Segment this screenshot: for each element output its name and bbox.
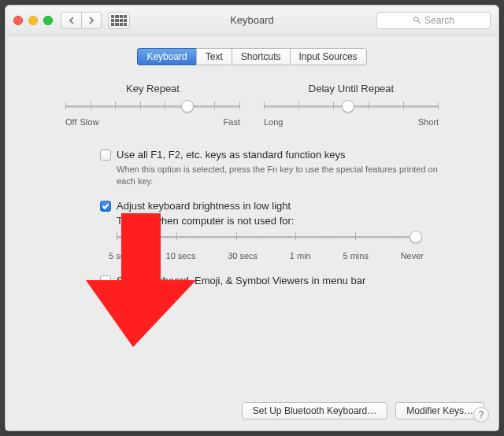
dim-label: Turn off when computer is not used for:	[117, 215, 453, 227]
show-all-button[interactable]	[108, 12, 130, 29]
svg-line-1	[418, 21, 421, 24]
back-button[interactable]	[61, 12, 81, 29]
bluetooth-keyboard-button[interactable]: Set Up Bluetooth Keyboard…	[242, 402, 387, 419]
dim-knob[interactable]	[410, 231, 422, 243]
delay-repeat-labels: Long Short	[264, 117, 439, 127]
use-fn-checkbox[interactable]	[100, 150, 111, 161]
auto-brightness-label: Adjust keyboard brightness in low light	[117, 200, 291, 212]
tab-keyboard[interactable]: Keyboard	[137, 48, 195, 65]
delay-repeat-slider[interactable]	[264, 105, 439, 108]
dim-tick-labels: 5 secs10 secs30 secs1 min5 minsNever	[109, 251, 424, 260]
tab-input-sources[interactable]: Input Sources	[290, 48, 367, 65]
key-repeat-title: Key Repeat	[65, 83, 240, 94]
auto-brightness-checkbox[interactable]	[100, 201, 111, 212]
auto-brightness-row: Adjust keyboard brightness in low light	[100, 200, 453, 212]
delay-repeat-knob[interactable]	[342, 100, 354, 113]
dim-slider[interactable]	[117, 236, 416, 238]
tab-shortcuts[interactable]: Shortcuts	[232, 48, 290, 65]
forward-button[interactable]	[81, 12, 102, 29]
show-viewers-row: Show Keyboard, Emoji, & Symbol Viewers i…	[100, 275, 453, 286]
nav-buttons	[61, 12, 102, 29]
tab-text[interactable]: Text	[196, 48, 232, 65]
close-icon[interactable]	[13, 16, 23, 25]
key-repeat-group: Key Repeat OffSlow Fast	[65, 83, 240, 127]
sliders-row: Key Repeat OffSlow Fast Delay Until Repe…	[65, 83, 439, 127]
key-repeat-knob[interactable]	[181, 100, 194, 113]
svg-point-0	[414, 17, 419, 22]
titlebar: Keyboard Search	[6, 6, 498, 35]
delay-repeat-title: Delay Until Repeat	[264, 83, 439, 94]
search-icon	[413, 16, 421, 24]
modifier-keys-button[interactable]: Modifier Keys…	[395, 402, 484, 419]
tab-bar: Keyboard Text Shortcuts Input Sources	[137, 48, 366, 65]
traffic-lights	[13, 16, 53, 25]
help-button[interactable]: ?	[473, 407, 489, 423]
show-viewers-label: Show Keyboard, Emoji, & Symbol Viewers i…	[117, 275, 365, 286]
show-viewers-checkbox[interactable]	[100, 275, 111, 286]
content-area: Keyboard Text Shortcuts Input Sources Ke…	[6, 35, 498, 430]
keyboard-prefs-window: Keyboard Search Keyboard Text Shortcuts …	[5, 5, 499, 431]
maximize-icon[interactable]	[43, 16, 53, 25]
dim-slider-wrap: 5 secs10 secs30 secs1 min5 minsNever	[117, 236, 453, 260]
use-fn-label: Use all F1, F2, etc. keys as standard fu…	[117, 149, 345, 161]
minimize-icon[interactable]	[28, 16, 38, 25]
key-repeat-slider[interactable]	[65, 105, 240, 108]
options-block: Use all F1, F2, etc. keys as standard fu…	[100, 149, 453, 290]
search-placeholder: Search	[424, 15, 454, 26]
use-fn-row: Use all F1, F2, etc. keys as standard fu…	[100, 149, 453, 161]
search-input[interactable]: Search	[376, 12, 491, 29]
key-repeat-labels: OffSlow Fast	[65, 117, 240, 127]
delay-repeat-group: Delay Until Repeat Long Short	[264, 83, 439, 127]
use-fn-hint: When this option is selected, press the …	[117, 164, 453, 187]
bottom-buttons: Set Up Bluetooth Keyboard… Modifier Keys…	[20, 402, 484, 419]
